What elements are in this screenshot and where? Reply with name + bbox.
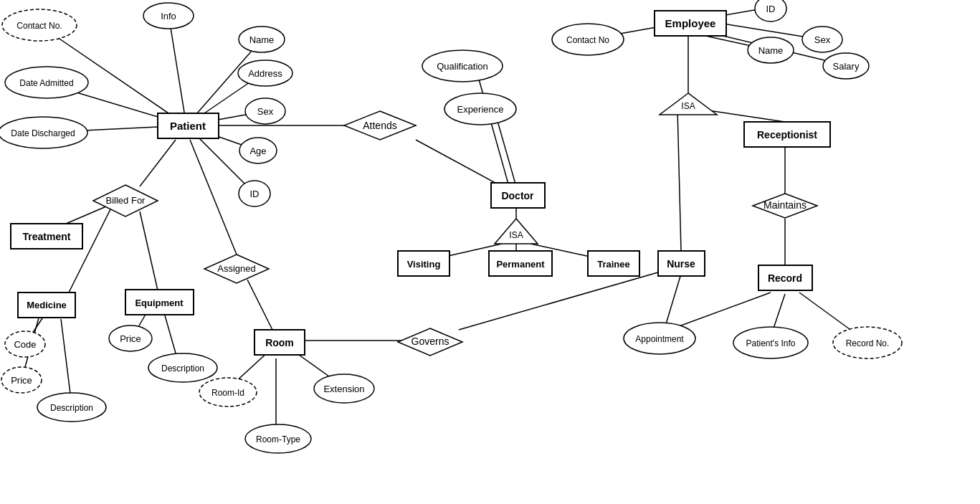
sex-patient-attr: Sex: [257, 106, 274, 117]
room-id-attr: Room-Id: [211, 388, 244, 398]
attends-label: Attends: [363, 120, 396, 131]
contact-no-patient-attr: Contact No.: [16, 21, 62, 31]
date-discharged-attr: Date Discharged: [11, 128, 75, 138]
id-patient-attr: ID: [250, 189, 260, 199]
employee-entity: Employee: [665, 17, 716, 29]
maintains-label: Maintains: [763, 199, 807, 211]
isa-employee-label: ISA: [681, 101, 695, 111]
svg-line-21: [68, 208, 111, 294]
salary-attr: Salary: [833, 61, 860, 72]
sex-employee-attr: Sex: [814, 34, 831, 45]
equipment-entity: Equipment: [135, 298, 184, 308]
price-medicine-attr: Price: [11, 375, 32, 386]
room-type-attr: Room-Type: [256, 434, 300, 444]
svg-line-22: [140, 211, 158, 290]
record-entity: Record: [768, 272, 802, 284]
permanent-entity: Permanent: [496, 259, 545, 270]
experience-attr: Experience: [457, 104, 503, 115]
er-diagram: Attends Billed For Assigned Governs Main…: [0, 0, 980, 504]
svg-line-29: [247, 280, 272, 330]
qualification-attr: Qualification: [437, 61, 488, 72]
extension-attr: Extension: [323, 384, 364, 394]
name-employee-attr: Name: [758, 45, 784, 56]
svg-line-34: [459, 269, 670, 330]
address-attr: Address: [248, 68, 282, 79]
svg-line-13: [477, 72, 509, 186]
treatment-entity: Treatment: [23, 231, 71, 242]
contact-no-employee-attr: Contact No: [566, 35, 609, 45]
assigned-label: Assigned: [217, 263, 255, 274]
billed-for-label: Billed For: [106, 195, 146, 206]
diagram-canvas: Attends Billed For Assigned Governs Main…: [0, 0, 980, 504]
patients-info-attr: Patient's Info: [746, 338, 796, 348]
age-attr: Age: [249, 146, 266, 156]
desc-medicine-attr: Description: [50, 403, 93, 413]
record-no-attr: Record No.: [846, 338, 890, 348]
doctor-entity: Doctor: [501, 190, 534, 201]
svg-line-41: [677, 109, 681, 251]
code-medicine-attr: Code: [14, 339, 36, 350]
date-admitted-attr: Date Admitted: [19, 78, 73, 88]
visiting-entity: Visiting: [407, 259, 441, 270]
svg-line-25: [61, 319, 72, 405]
svg-line-1: [168, 14, 186, 125]
desc-equipment-attr: Description: [161, 363, 204, 374]
patient-entity: Patient: [170, 120, 206, 132]
svg-line-19: [140, 140, 176, 186]
svg-line-28: [190, 140, 237, 255]
governs-label: Governs: [411, 336, 449, 347]
svg-line-12: [416, 140, 502, 186]
receptionist-entity: Receptionist: [757, 129, 817, 141]
medicine-entity: Medicine: [27, 300, 67, 310]
info-attr: Info: [161, 11, 176, 22]
appointment-attr: Appointment: [635, 334, 684, 344]
room-entity: Room: [265, 337, 294, 348]
nurse-entity: Nurse: [667, 258, 695, 270]
id-employee-attr: ID: [766, 4, 776, 14]
name-patient-attr: Name: [249, 34, 275, 45]
isa-doctor-label: ISA: [509, 230, 523, 240]
price-equipment-attr: Price: [120, 333, 141, 344]
trainee-entity: Trainee: [597, 259, 630, 270]
